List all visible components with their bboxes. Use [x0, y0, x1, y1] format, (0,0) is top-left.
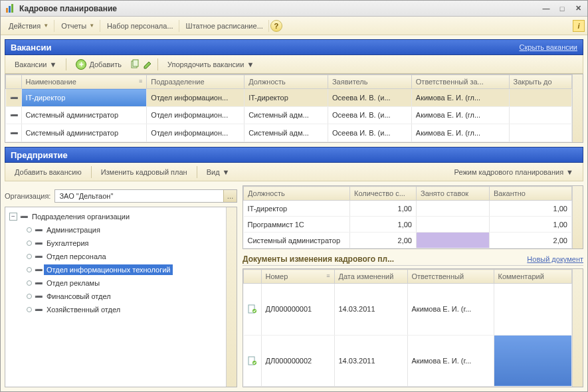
bullet-icon — [27, 294, 32, 299]
tree-item-label: Отдел рекламы — [44, 278, 102, 288]
menu-reports[interactable]: Отчеты▼ — [56, 20, 100, 32]
scrollbar[interactable] — [226, 207, 237, 387]
col-number[interactable]: Номер≡ — [261, 270, 334, 284]
col-comment[interactable]: Комментарий — [494, 270, 572, 284]
tree-item[interactable]: ➖Отдел информационных технологий — [7, 263, 225, 276]
add-vacancy-button[interactable]: + Добавить — [70, 57, 127, 72]
enterprise-header-title: Предприятие — [11, 150, 68, 160]
help-button[interactable]: ? — [270, 20, 282, 32]
table-row[interactable]: Системный администратор 2,00 2,00 — [244, 233, 572, 248]
table-row[interactable]: IT-директор 1,00 1,00 — [244, 201, 572, 217]
cell-applicant: Осеева И. В. (и... — [328, 106, 411, 124]
bullet-icon — [27, 307, 32, 312]
cell-date: 14.03.2011 — [334, 335, 407, 387]
tree-item[interactable]: ➖Хозяйственный отдел — [7, 303, 225, 316]
cell-dept: Отдел информацион... — [147, 124, 245, 142]
info-button[interactable]: i — [573, 20, 585, 32]
col-position[interactable]: Должность — [244, 187, 350, 201]
cell-vacant: 1,00 — [490, 201, 572, 217]
table-row[interactable]: ➖ Системный администратор Отдел информац… — [6, 124, 572, 142]
scrollbar[interactable] — [572, 186, 583, 248]
col-occupied[interactable]: Занято ставок — [417, 187, 490, 201]
table-row[interactable]: ДЛ000000002 14.03.2011 Акимова Е. И. (г.… — [244, 335, 572, 387]
bullet-icon — [27, 227, 32, 233]
cell-comment — [494, 284, 572, 336]
vacancies-menu-label: Вакансии — [15, 60, 47, 68]
col-applicant[interactable]: Заявитель — [328, 75, 411, 89]
planning-mode-label: Режим кадрового планирования — [454, 168, 564, 176]
tree-item[interactable]: ➖Финансовый отдел — [7, 290, 225, 303]
col-marker[interactable] — [244, 270, 262, 284]
col-dept[interactable]: Подразделение — [147, 75, 245, 89]
maximize-button[interactable]: □ — [557, 3, 567, 14]
new-document-link[interactable]: Новый документ — [527, 255, 583, 263]
change-plan-button[interactable]: Изменить кадровый план — [96, 166, 193, 178]
col-count[interactable]: Количество с... — [350, 187, 417, 201]
row-marker: ➖ — [6, 89, 22, 107]
table-row[interactable]: Программист 1С 1,00 1,00 — [244, 217, 572, 233]
col-date[interactable]: Дата изменений — [334, 270, 407, 284]
bullet-icon — [27, 241, 32, 246]
vacancies-header: Вакансии Скрыть вакансии — [5, 39, 583, 55]
cell-occupied — [417, 201, 490, 217]
caret-icon: ▼ — [43, 23, 49, 29]
organization-label: Организация: — [5, 192, 50, 200]
organization-row: Организация: ЗАО "Дельтаон" … — [5, 189, 237, 203]
bullet-icon — [27, 267, 32, 272]
col-position[interactable]: Должность — [245, 75, 328, 89]
table-row[interactable]: ДЛ000000001 14.03.2011 Акимова Е. И. (г.… — [244, 284, 572, 336]
tree-item[interactable]: ➖Отдел рекламы — [7, 276, 225, 290]
view-menu-button[interactable]: Вид▼ — [201, 166, 235, 178]
positions-grid: Должность Количество с... Занято ставок … — [243, 185, 583, 249]
cell-position: Системный администратор — [244, 233, 350, 248]
departments-tree[interactable]: − ➖ Подразделения организации ➖Администр… — [5, 207, 226, 387]
col-responsible[interactable]: Ответственный — [407, 270, 494, 284]
col-close-by[interactable]: Закрыть до — [509, 75, 571, 89]
col-marker[interactable] — [6, 75, 22, 89]
col-vacant[interactable]: Вакантно — [490, 187, 572, 201]
tree-item[interactable]: ➖Отдел персонала — [7, 250, 225, 263]
departments-tree-wrap: − ➖ Подразделения организации ➖Администр… — [5, 207, 237, 387]
vacancies-menu-button[interactable]: Вакансии▼ — [9, 58, 62, 70]
menu-actions[interactable]: Действия▼ — [3, 20, 54, 32]
minimize-button[interactable]: — — [541, 3, 551, 14]
cell-vacant: 2,00 — [490, 233, 572, 248]
cell-name: Системный администратор — [21, 124, 147, 142]
hide-vacancies-link[interactable]: Скрыть вакансии — [520, 43, 577, 51]
tree-item[interactable]: ➖Администрация — [7, 223, 225, 237]
documents-table[interactable]: Номер≡ Дата изменений Ответственный Комм… — [243, 269, 572, 387]
scrollbar[interactable] — [572, 74, 583, 142]
cell-responsible: Акимова Е. И. (г... — [407, 335, 494, 387]
col-responsible[interactable]: Ответственный за... — [411, 75, 509, 89]
vacancies-table[interactable]: Наименование≡ Подразделение Должность За… — [5, 74, 572, 142]
combo-more-button[interactable]: … — [223, 190, 237, 202]
menu-actions-label: Действия — [9, 22, 41, 30]
cell-number: ДЛ000000001 — [261, 284, 334, 336]
menu-reports-label: Отчеты — [61, 22, 86, 30]
caret-icon: ▼ — [50, 60, 57, 68]
table-row[interactable]: ➖ IT-директор Отдел информацион... IT-ди… — [6, 89, 572, 107]
copy-icon[interactable] — [130, 59, 140, 70]
menubar: Действия▼ Отчеты▼ Набор персонала... Шта… — [1, 17, 587, 35]
tree-item[interactable]: ➖Бухгалтерия — [7, 237, 225, 250]
tree-root-label: Подразделения организации — [29, 211, 132, 222]
organization-combo[interactable]: ЗАО "Дельтаон" … — [54, 189, 237, 203]
cell-count: 2,00 — [350, 233, 417, 248]
planning-mode-button[interactable]: Режим кадрового планирования▼ — [449, 166, 579, 178]
separator — [197, 166, 197, 178]
add-vacancy-button[interactable]: Добавить вакансию — [9, 166, 87, 178]
edit-icon[interactable] — [143, 59, 153, 70]
order-vacancies-button[interactable]: Упорядочить вакансии▼ — [162, 58, 259, 70]
tree-root[interactable]: − ➖ Подразделения организации — [7, 210, 225, 223]
close-button[interactable]: ✕ — [573, 3, 583, 14]
table-row[interactable]: ➖ Системный администратор Отдел информац… — [6, 106, 572, 124]
documents-panel: Документы изменения кадрового пл... Новы… — [243, 254, 583, 387]
cell-name: Системный администратор — [21, 106, 147, 124]
positions-table[interactable]: Должность Количество с... Занято ставок … — [243, 186, 572, 248]
menu-recruit[interactable]: Набор персонала... — [102, 20, 179, 32]
collapse-icon[interactable]: − — [9, 213, 17, 221]
menu-staff[interactable]: Штатное расписание... — [181, 20, 269, 32]
col-name[interactable]: Наименование≡ — [21, 75, 147, 89]
row-marker — [244, 335, 262, 387]
scrollbar[interactable] — [572, 269, 583, 387]
